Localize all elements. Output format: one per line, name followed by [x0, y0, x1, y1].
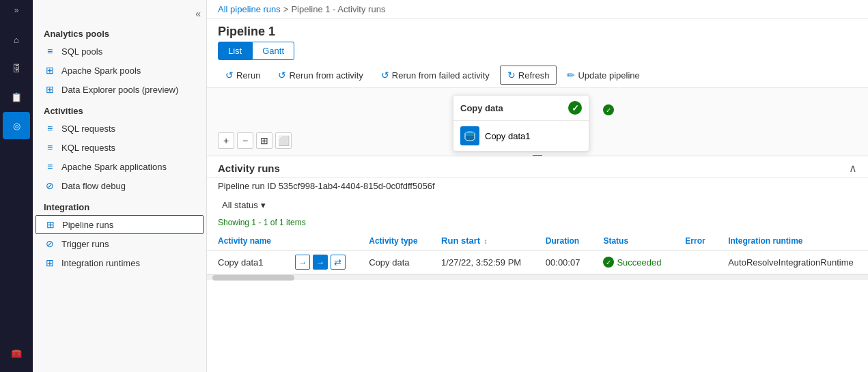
- kql-requests-label: KQL requests: [61, 143, 115, 153]
- nav-docs[interactable]: 📋: [3, 83, 30, 111]
- cell-error: [674, 251, 717, 274]
- integration-section: Integration: [33, 195, 206, 215]
- integration-runtimes-label: Integration runtimes: [61, 258, 140, 268]
- col-activity-type: Activity type: [358, 231, 430, 251]
- rerun-failed-icon: ↺: [381, 70, 389, 81]
- pipeline-run-id-value: 535cf998-1ab4-4404-815d-0c0fdff5056f: [279, 181, 435, 191]
- sidebar-item-data-flow-debug[interactable]: ⊘ Data flow debug: [33, 176, 206, 195]
- cell-activity-name: Copy data1: [207, 251, 284, 274]
- activity-runs-collapse-icon[interactable]: ∧: [849, 162, 857, 175]
- pipeline-run-id-row: Pipeline run ID 535cf998-1ab4-4404-815d-…: [207, 178, 868, 194]
- update-pipeline-button[interactable]: ✏ Update pipeline: [559, 66, 647, 85]
- trigger-runs-label: Trigger runs: [61, 239, 109, 249]
- sidebar-collapse-btn[interactable]: «: [195, 8, 201, 19]
- showing-text: Showing 1 - 1 of 1 items: [207, 216, 868, 231]
- copy-data-popup: Copy data ✓ Copy data1: [453, 95, 589, 152]
- col-run-start: Run start ↕: [430, 231, 535, 251]
- sidebar-item-integration-runtimes[interactable]: ⊞ Integration runtimes: [33, 253, 206, 272]
- row-input-icon: →: [298, 257, 307, 268]
- col-error: Error: [674, 231, 717, 251]
- rerun-from-failed-button[interactable]: ↺ Rerun from failed activity: [374, 66, 497, 85]
- col-status: Status: [592, 231, 674, 251]
- sidebar-item-kql-requests[interactable]: ≡ KQL requests: [33, 138, 206, 157]
- row-actions: → → ⇄: [295, 255, 348, 270]
- activities-section: Activities: [33, 99, 206, 119]
- sql-requests-icon: ≡: [44, 123, 56, 134]
- diagram-area: Copy data ✓ Copy data1 ✓ +: [207, 88, 868, 156]
- row-input-btn[interactable]: →: [295, 255, 310, 270]
- cell-activity-type: Copy data: [358, 251, 430, 274]
- refresh-button[interactable]: ↻ Refresh: [500, 66, 557, 85]
- sql-requests-label: SQL requests: [61, 124, 115, 134]
- main-content: All pipeline runs > Pipeline 1 - Activit…: [207, 0, 868, 372]
- breadcrumb-current: Pipeline 1 - Activity runs: [291, 4, 385, 14]
- nav-home[interactable]: ⌂: [3, 26, 30, 53]
- trigger-runs-icon: ⊘: [44, 238, 56, 249]
- sidebar-item-sql-pools[interactable]: ≡ SQL pools: [33, 42, 206, 61]
- sidebar-item-sql-requests[interactable]: ≡ SQL requests: [33, 119, 206, 138]
- status-filter-btn[interactable]: All status ▾: [218, 198, 270, 212]
- sql-pools-label: SQL pools: [61, 46, 102, 57]
- spark-pools-icon: ⊞: [44, 65, 56, 76]
- toolbar: ↺ Rerun ↺ Rerun from activity ↺ Rerun fr…: [207, 63, 868, 88]
- nav-data[interactable]: 🗄: [3, 55, 30, 82]
- horizontal-scrollbar[interactable]: [207, 274, 868, 280]
- update-label: Update pipeline: [578, 70, 639, 81]
- data-flow-debug-icon: ⊘: [44, 180, 56, 191]
- table-row: Copy data1 → → ⇄: [207, 251, 868, 274]
- diagram-success-indicator: ✓: [603, 104, 614, 115]
- sidebar-item-spark-apps[interactable]: ≡ Apache Spark applications: [33, 157, 206, 176]
- popup-header: Copy data ✓: [453, 96, 589, 121]
- zoom-out-button[interactable]: −: [237, 132, 253, 149]
- pipeline-runs-label: Pipeline runs: [62, 220, 113, 230]
- row-details-btn[interactable]: ⇄: [331, 255, 346, 270]
- cell-run-start: 1/27/22, 3:52:59 PM: [430, 251, 535, 274]
- zoom-in-button[interactable]: +: [218, 132, 234, 149]
- col-duration: Duration: [535, 231, 593, 251]
- spark-apps-label: Apache Spark applications: [61, 162, 167, 172]
- data-explorer-label: Data Explorer pools (preview): [61, 85, 178, 95]
- integration-runtimes-icon: ⊞: [44, 257, 56, 268]
- status-filter-label: All status: [222, 200, 258, 210]
- sidebar-item-pipeline-runs[interactable]: ⊞ Pipeline runs: [36, 215, 204, 234]
- tab-gantt[interactable]: Gantt: [252, 42, 294, 60]
- row-output-btn[interactable]: →: [313, 255, 328, 270]
- collapse-left-icon[interactable]: »: [14, 5, 19, 15]
- activity-runs-table: Activity name Activity type Run start ↕ …: [207, 231, 868, 274]
- rerun-from-activity-button[interactable]: ↺ Rerun from activity: [270, 66, 370, 85]
- cell-row-actions: → → ⇄: [284, 251, 359, 274]
- breadcrumb-all-pipeline-runs[interactable]: All pipeline runs: [218, 4, 281, 14]
- nav-tools[interactable]: 🧰: [3, 339, 30, 367]
- cell-integration-runtime: AutoResolveIntegrationRuntime: [717, 251, 868, 274]
- status-success-icon: ✓: [603, 257, 614, 268]
- status-filter: All status ▾: [207, 194, 868, 216]
- run-start-sort-icon[interactable]: ↕: [484, 238, 488, 245]
- rerun-icon: ↺: [225, 70, 234, 81]
- tab-list[interactable]: List: [218, 42, 252, 60]
- activity-runs-title: Activity runs: [218, 162, 280, 174]
- rerun-button[interactable]: ↺ Rerun: [218, 66, 268, 85]
- popup-title: Copy data: [460, 103, 503, 113]
- sidebar-item-spark-pools[interactable]: ⊞ Apache Spark pools: [33, 61, 206, 80]
- sidebar-item-trigger-runs[interactable]: ⊘ Trigger runs: [33, 234, 206, 253]
- row-output-icon: →: [316, 257, 324, 268]
- fit-view-button[interactable]: ⊞: [256, 132, 272, 149]
- sidebar-item-data-explorer[interactable]: ⊞ Data Explorer pools (preview): [33, 80, 206, 99]
- scrollbar-thumb[interactable]: [212, 275, 294, 281]
- status-succeeded: ✓ Succeeded: [603, 257, 663, 268]
- popup-copy-data1[interactable]: Copy data1: [453, 121, 589, 151]
- pipeline-run-id-label: Pipeline run ID: [218, 181, 276, 191]
- tab-bar: List Gantt: [207, 42, 868, 60]
- update-icon: ✏: [567, 70, 575, 81]
- row-details-icon: ⇄: [334, 257, 341, 268]
- diagram-controls: + − ⊞ ⬜: [218, 132, 292, 149]
- copy-data1-icon: [460, 126, 479, 145]
- refresh-label: Refresh: [518, 70, 550, 81]
- fullscreen-button[interactable]: ⬜: [275, 132, 292, 149]
- nav-monitor[interactable]: ◎: [3, 112, 30, 139]
- spark-apps-icon: ≡: [44, 161, 56, 172]
- col-activity-name: Activity name: [207, 231, 284, 251]
- data-flow-debug-label: Data flow debug: [61, 181, 126, 191]
- status-label: Succeeded: [617, 257, 661, 268]
- analytics-pools-section: Analytics pools: [33, 22, 206, 42]
